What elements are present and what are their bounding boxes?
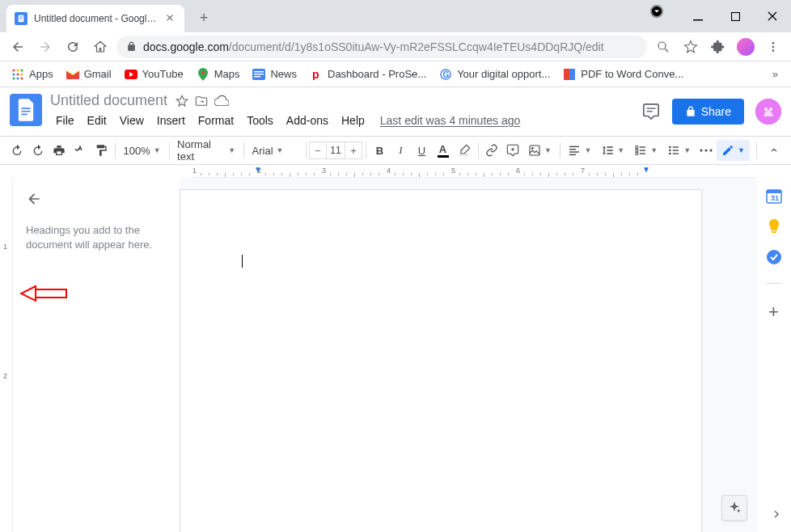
menu-help[interactable]: Help [336,112,370,129]
font-size-value[interactable]: 11 [326,142,345,158]
paint-format-button[interactable] [91,140,112,161]
last-edit-link[interactable]: Last edit was 4 minutes ago [380,114,521,127]
browser-tab-strip: Untitled document - Google Docs + [0,0,791,32]
svg-text:p: p [312,69,319,80]
insert-image-dropdown[interactable]: ▼ [523,140,556,161]
bookmark-youtube[interactable]: YouTube [120,65,188,84]
outline-empty-message: Headings you add to the document will ap… [26,223,167,252]
bold-button[interactable]: B [370,140,391,161]
menu-edit[interactable]: Edit [82,112,112,129]
bookmarks-overflow-icon[interactable]: » [766,65,785,83]
browser-tab-active[interactable]: Untitled document - Google Docs [6,5,184,32]
svg-rect-47 [636,153,638,155]
align-dropdown[interactable]: ▼ [563,140,596,161]
menu-addons[interactable]: Add-ons [281,112,334,129]
svg-point-14 [17,73,19,75]
menu-file[interactable]: File [50,112,80,129]
menu-insert[interactable]: Insert [151,112,191,129]
bookmark-digital[interactable]: GYour digital opport... [434,65,555,84]
share-button[interactable]: Share [672,99,744,125]
browser-menu-icon[interactable] [762,36,785,58]
vertical-ruler[interactable]: 12 [0,178,13,532]
profile-indicator-icon[interactable] [650,5,663,18]
svg-rect-28 [564,69,569,80]
italic-button[interactable]: I [391,140,412,161]
document-page[interactable] [180,189,702,532]
menu-tools[interactable]: Tools [241,112,279,129]
bookmark-dashboard[interactable]: pDashboard - ProSe... [305,65,431,84]
window-close-button[interactable] [754,0,791,32]
text-color-button[interactable]: A [433,140,454,161]
outline-close-button[interactable] [26,191,167,207]
move-folder-icon[interactable] [195,95,208,108]
annotation-arrow-icon [19,283,68,304]
svg-rect-3 [19,19,22,20]
bookmark-maps[interactable]: Maps [192,65,245,84]
svg-rect-0 [19,15,24,22]
nav-reload-button[interactable] [61,36,84,58]
font-family-dropdown[interactable]: Arial▼ [247,140,302,161]
cloud-status-icon[interactable] [214,95,229,108]
tasks-app-icon[interactable] [766,249,782,265]
bookmark-news[interactable]: News [247,65,302,84]
zoom-search-icon[interactable] [652,36,675,58]
checklist-dropdown[interactable]: ▼ [629,140,662,161]
nav-home-button[interactable] [89,36,112,58]
bookmark-pdf[interactable]: PDF to Word Conve... [558,65,688,84]
keep-app-icon[interactable] [766,218,782,234]
open-comments-button[interactable] [641,102,661,121]
insert-link-button[interactable] [481,140,502,161]
spellcheck-button[interactable] [70,140,91,161]
svg-rect-5 [731,12,739,20]
highlight-color-button[interactable] [454,140,475,161]
pdf-icon [563,68,576,81]
menu-format[interactable]: Format [192,112,239,129]
url-field[interactable]: docs.google.com/document/d/1y8s1oSS0ituA… [116,36,647,58]
docs-home-button[interactable] [10,94,42,126]
horizontal-ruler[interactable]: ▼ ▼ 1234567 [192,165,755,178]
docs-title-area: Untitled document File Edit View Insert … [50,92,633,129]
bulleted-list-dropdown[interactable]: ▼ [662,140,696,161]
tab-title: Untitled document - Google Docs [34,13,159,24]
paragraph-style-dropdown[interactable]: Normal text▼ [172,140,240,161]
star-icon[interactable] [176,95,188,108]
add-comment-button[interactable] [502,140,523,161]
add-addon-button[interactable]: + [768,302,779,323]
canvas-scroll-area[interactable] [180,178,755,532]
svg-rect-23 [254,74,264,75]
collapse-side-panel-button[interactable] [770,508,783,521]
svg-point-10 [13,69,15,71]
font-size-decrease[interactable]: − [310,145,326,157]
bookmark-apps[interactable]: Apps [6,65,58,84]
zoom-dropdown[interactable]: 100%▼ [118,140,165,161]
line-spacing-dropdown[interactable]: ▼ [596,140,629,161]
font-size-increase[interactable]: + [345,145,362,157]
underline-button[interactable]: U [412,140,433,161]
profile-avatar-icon[interactable] [734,36,757,58]
svg-rect-46 [636,150,638,152]
nav-forward-button[interactable] [34,36,57,58]
editing-mode-dropdown[interactable]: ▼ [717,140,750,161]
account-avatar[interactable] [755,99,781,125]
close-tab-icon[interactable] [165,13,176,24]
window-minimize-button[interactable] [679,0,717,32]
hide-menus-button[interactable] [764,140,785,161]
window-maximize-button[interactable] [717,0,754,32]
svg-point-51 [669,146,671,149]
undo-button[interactable] [6,140,27,161]
menu-view[interactable]: View [114,112,150,129]
right-indent-icon[interactable]: ▼ [642,165,650,174]
more-formatting-button[interactable] [696,140,717,161]
bookmark-gmail[interactable]: Gmail [61,65,116,84]
explore-button[interactable] [721,495,747,521]
svg-point-16 [13,77,15,79]
document-title[interactable]: Untitled document [50,92,167,109]
nav-back-button[interactable] [6,36,29,58]
calendar-app-icon[interactable]: 31 [766,188,782,204]
redo-button[interactable] [27,140,49,161]
new-tab-button[interactable]: + [192,6,215,29]
svg-rect-34 [646,111,652,112]
extensions-icon[interactable] [707,36,730,58]
print-button[interactable] [49,140,70,161]
bookmark-star-icon[interactable] [679,36,702,58]
